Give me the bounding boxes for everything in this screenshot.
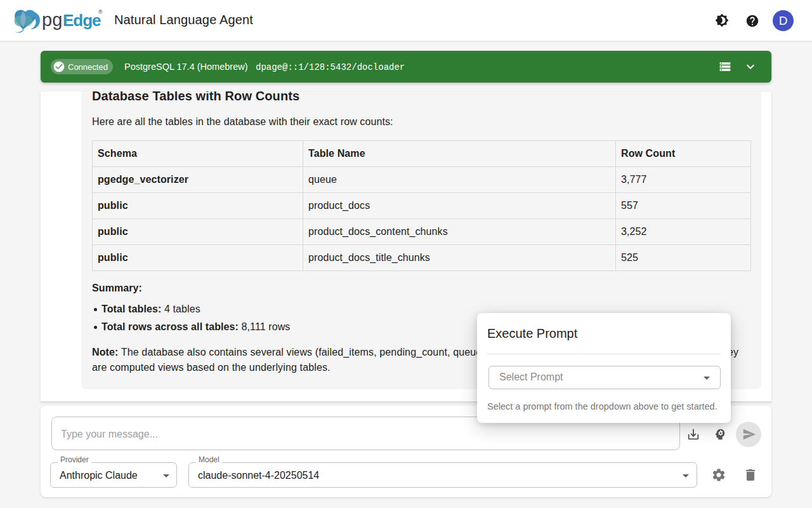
svg-text:Edge: Edge bbox=[63, 11, 101, 30]
svg-text:®: ® bbox=[98, 9, 103, 15]
svg-text:pg: pg bbox=[42, 10, 62, 30]
